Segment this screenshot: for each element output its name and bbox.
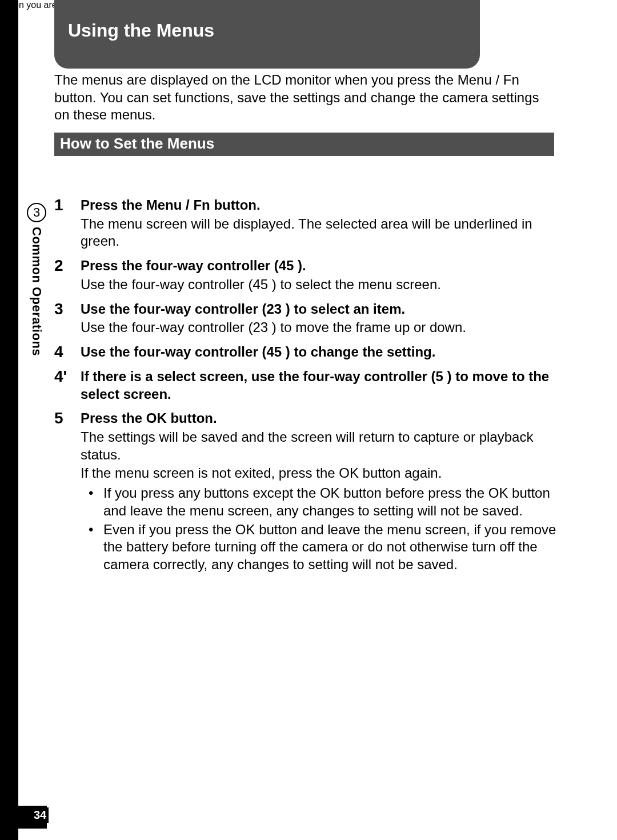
step: 5Press the OK button.The settings will b…: [54, 410, 557, 574]
step-number: 3: [54, 301, 81, 318]
step: 4'If there is a select screen, use the f…: [54, 368, 557, 403]
step-text: If the menu screen is not exited, press …: [81, 465, 557, 482]
step-body: If there is a select screen, use the fou…: [81, 368, 557, 403]
step-body: Use the four-way controller (23 ) to sel…: [81, 301, 557, 337]
step-body: Use the four-way controller (45 ) to cha…: [81, 343, 557, 361]
step-body: Press the OK button.The settings will be…: [81, 410, 557, 574]
step-heading: Press the OK button.: [81, 410, 557, 427]
intro-paragraph: The menus are displayed on the LCD monit…: [54, 71, 554, 124]
page-title: Using the Menus: [54, 0, 480, 41]
step-heading: Press the Menu / Fn button.: [81, 197, 557, 214]
page: Using the Menus The menus are displayed …: [0, 0, 617, 840]
step-heading: Use the four-way controller (45 ) to cha…: [81, 343, 557, 361]
chapter-side-tab: 3 Common Operations: [26, 203, 47, 356]
step: 4Use the four-way controller (45 ) to ch…: [54, 343, 557, 361]
step-notes: If you press any buttons except the OK b…: [81, 485, 557, 574]
step: 2Press the four-way controller (45 ).Use…: [54, 257, 557, 293]
step-number: 1: [54, 197, 81, 214]
step-body: Press the Menu / Fn button.The menu scre…: [81, 197, 557, 250]
step-number: 2: [54, 257, 81, 275]
page-binding-strip: [0, 0, 18, 840]
step-heading: Use the four-way controller (23 ) to sel…: [81, 301, 557, 318]
step-note: Even if you press the OK button and leav…: [81, 521, 557, 574]
chapter-number-badge: 3: [27, 203, 46, 222]
page-number: 34: [31, 807, 49, 823]
page-header-tab: Using the Menus: [54, 0, 480, 69]
step-number: 5: [54, 410, 81, 427]
chapter-label: Common Operations: [29, 227, 44, 356]
steps-list: 1Press the Menu / Fn button.The menu scr…: [54, 197, 557, 576]
step-note: If you press any buttons except the OK b…: [81, 485, 557, 519]
step-body: Press the four-way controller (45 ).Use …: [81, 257, 557, 293]
step: 3Use the four-way controller (23 ) to se…: [54, 301, 557, 337]
step-number: 4': [54, 368, 81, 386]
step-heading: Press the four-way controller (45 ).: [81, 257, 557, 275]
step-text: The settings will be saved and the scree…: [81, 429, 557, 463]
step-number: 4: [54, 343, 81, 361]
step-heading: If there is a select screen, use the fou…: [81, 368, 557, 403]
step: 1Press the Menu / Fn button.The menu scr…: [54, 197, 557, 250]
section-heading: How to Set the Menus: [54, 133, 554, 156]
step-text: Use the four-way controller (45 ) to sel…: [81, 276, 557, 294]
step-text: Use the four-way controller (23 ) to mov…: [81, 319, 557, 337]
step-text: The menu screen will be displayed. The s…: [81, 215, 557, 250]
